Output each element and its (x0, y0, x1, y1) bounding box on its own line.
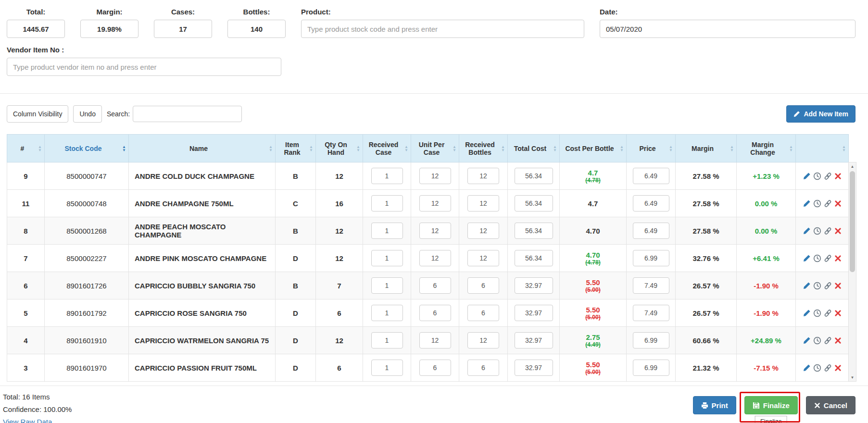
price-input[interactable] (633, 168, 669, 184)
date-input[interactable] (600, 20, 855, 38)
price-input[interactable] (633, 250, 669, 266)
edit-icon[interactable] (803, 364, 811, 372)
product-input[interactable] (301, 20, 584, 38)
total-cost-input[interactable] (515, 250, 553, 266)
received-case-input[interactable] (371, 277, 403, 294)
received-case-input[interactable] (371, 250, 403, 266)
received-case-input[interactable] (371, 223, 403, 239)
view-raw-data-link[interactable]: View Raw Data (3, 418, 52, 423)
link-icon[interactable] (824, 282, 832, 290)
col-header-price[interactable]: Price▲▼ (627, 135, 676, 162)
received-case-input[interactable] (371, 195, 403, 212)
col-header-actions[interactable]: ▲▼ (796, 135, 849, 162)
col-header-name[interactable]: Name▲▼ (129, 135, 276, 162)
edit-icon[interactable] (803, 199, 811, 207)
delete-x-icon[interactable] (834, 337, 842, 344)
col-header-received-case[interactable]: Received Case▲▼ (363, 135, 411, 162)
link-icon[interactable] (824, 254, 832, 262)
col-header-stock-code[interactable]: Stock Code▲▼ (45, 135, 129, 162)
unit-per-case-input[interactable] (419, 223, 451, 239)
history-clock-icon[interactable] (813, 227, 821, 235)
history-clock-icon[interactable] (813, 336, 821, 345)
link-icon[interactable] (824, 172, 832, 180)
received-bottles-input[interactable] (467, 250, 499, 266)
unit-per-case-input[interactable] (419, 332, 451, 348)
received-bottles-input[interactable] (467, 360, 499, 376)
edit-icon[interactable] (803, 227, 811, 235)
total-cost-input[interactable] (515, 360, 553, 376)
received-case-input[interactable] (371, 168, 403, 184)
price-input[interactable] (633, 277, 669, 294)
edit-icon[interactable] (803, 172, 811, 180)
delete-x-icon[interactable] (834, 364, 842, 372)
unit-per-case-input[interactable] (419, 305, 451, 321)
column-visibility-button[interactable]: Column Visibility (7, 105, 68, 123)
undo-button[interactable]: Undo (73, 105, 101, 123)
history-clock-icon[interactable] (813, 254, 821, 262)
scroll-up-icon[interactable]: ▲ (849, 162, 856, 170)
table-scrollbar[interactable]: ▲ ▼ (848, 162, 856, 382)
col-header-item-rank[interactable]: Item Rank▲▼ (276, 135, 316, 162)
link-icon[interactable] (824, 227, 832, 235)
delete-x-icon[interactable] (834, 227, 842, 235)
price-input[interactable] (633, 195, 669, 212)
received-bottles-input[interactable] (467, 195, 499, 212)
scroll-down-icon[interactable]: ▼ (849, 373, 856, 381)
received-case-input[interactable] (371, 305, 403, 321)
finalize-button[interactable]: Finalize (744, 396, 798, 414)
print-button[interactable]: Print (693, 396, 736, 414)
price-input[interactable] (633, 332, 669, 348)
link-icon[interactable] (824, 199, 832, 208)
col-header-cost-per-bottle[interactable]: Cost Per Bottle▲▼ (560, 135, 627, 162)
col-header-number[interactable]: #▲▼ (7, 135, 45, 162)
add-new-item-button[interactable]: Add New Item (786, 105, 855, 123)
col-header-qty-on-hand[interactable]: Qty On Hand▲▼ (316, 135, 363, 162)
link-icon[interactable] (824, 364, 832, 372)
edit-icon[interactable] (803, 254, 811, 262)
col-header-margin-change[interactable]: Margin Change▲▼ (737, 135, 796, 162)
history-clock-icon[interactable] (813, 309, 821, 317)
unit-per-case-input[interactable] (419, 360, 451, 376)
price-input[interactable] (633, 305, 669, 321)
col-header-total-cost[interactable]: Total Cost▲▼ (508, 135, 560, 162)
vendor-item-no-input[interactable] (7, 58, 281, 76)
history-clock-icon[interactable] (813, 282, 821, 290)
unit-per-case-input[interactable] (419, 277, 451, 294)
price-input[interactable] (633, 360, 669, 376)
received-bottles-input[interactable] (467, 332, 499, 348)
delete-x-icon[interactable] (834, 200, 842, 207)
link-icon[interactable] (824, 309, 832, 317)
col-header-received-bottles[interactable]: Received Bottles▲▼ (459, 135, 508, 162)
edit-icon[interactable] (803, 282, 811, 289)
total-cost-input[interactable] (515, 332, 553, 348)
received-case-input[interactable] (371, 360, 403, 376)
col-header-unit-per-case[interactable]: Unit Per Case▲▼ (411, 135, 459, 162)
link-icon[interactable] (824, 336, 832, 345)
edit-icon[interactable] (803, 309, 811, 317)
unit-per-case-input[interactable] (419, 168, 451, 184)
delete-x-icon[interactable] (834, 255, 842, 262)
total-cost-input[interactable] (515, 305, 553, 321)
received-case-input[interactable] (371, 332, 403, 348)
col-header-margin[interactable]: Margin▲▼ (676, 135, 737, 162)
unit-per-case-input[interactable] (419, 250, 451, 266)
cancel-button[interactable]: Cancel (806, 396, 855, 414)
edit-icon[interactable] (803, 336, 811, 344)
total-cost-input[interactable] (515, 277, 553, 294)
search-input[interactable] (133, 106, 242, 122)
delete-x-icon[interactable] (834, 310, 842, 317)
price-input[interactable] (633, 223, 669, 239)
received-bottles-input[interactable] (467, 305, 499, 321)
unit-per-case-input[interactable] (419, 195, 451, 212)
history-clock-icon[interactable] (813, 364, 821, 372)
scrollbar-thumb[interactable] (850, 171, 855, 272)
received-bottles-input[interactable] (467, 168, 499, 184)
history-clock-icon[interactable] (813, 199, 821, 208)
total-cost-input[interactable] (515, 195, 553, 212)
total-cost-input[interactable] (515, 168, 553, 184)
delete-x-icon[interactable] (834, 173, 842, 180)
received-bottles-input[interactable] (467, 277, 499, 294)
history-clock-icon[interactable] (813, 172, 821, 180)
total-cost-input[interactable] (515, 223, 553, 239)
received-bottles-input[interactable] (467, 223, 499, 239)
